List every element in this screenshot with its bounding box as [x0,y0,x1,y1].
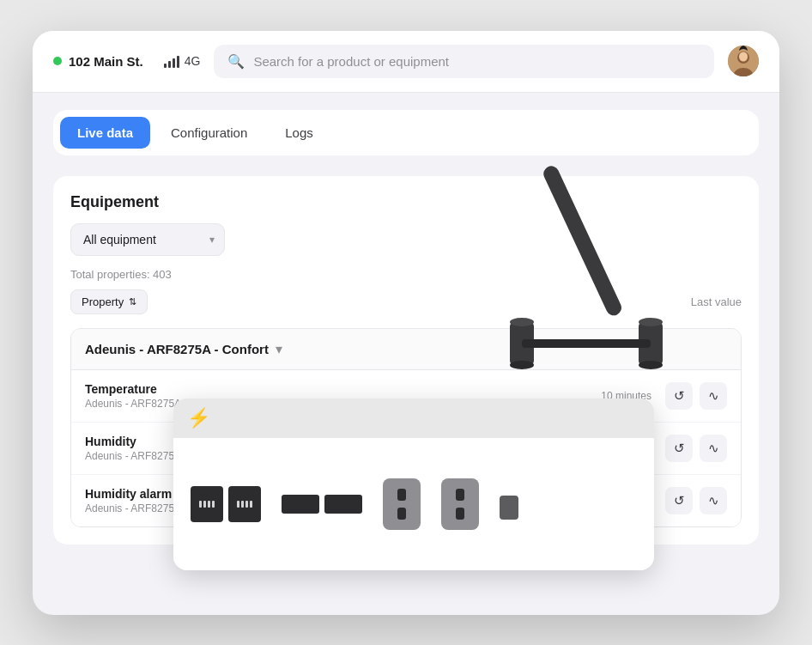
plug-hole [456,508,464,520]
ethernet-port-2 [228,486,261,522]
usb-port-1 [282,495,319,514]
chevron-down-icon: ▾ [276,341,282,357]
address-label: 102 Main St. [69,54,143,69]
svg-point-9 [639,318,663,326]
lightning-icon: ⚡ [187,407,210,429]
tab-configuration[interactable]: Configuration [154,117,264,149]
eth-pin [237,501,239,508]
header: 102 Main St. 4G 🔍 Search for a product o… [33,31,779,93]
filter-updown-icon: ⇅ [129,296,136,307]
power-strip-body [173,438,654,570]
equipment-section: Equipement All equipment ▾ Total propert… [53,176,759,545]
eth-pin [245,501,248,508]
plug-hole [456,489,464,501]
eth-pin [241,501,244,508]
main-content: Live data Configuration Logs [33,93,779,562]
address-badge: 102 Main St. [53,54,143,69]
power-strip-header: ⚡ [173,399,654,438]
svg-point-6 [510,318,534,326]
ethernet-port-1 [191,486,223,522]
last-value-header: Last value [691,295,742,308]
property-filter-badge[interactable]: Property ⇅ [70,289,148,314]
status-dot [53,57,62,65]
chart-button[interactable]: ∿ [700,487,727,514]
total-properties: Total properties: 403 [70,268,742,281]
signal-badge: 4G [164,54,201,68]
signal-icon [164,54,179,68]
signal-label: 4G [185,54,201,68]
eth-pin [199,501,202,508]
device-group-header[interactable]: Adeunis - ARF8275A - Confort ▾ [71,329,741,370]
plug-hole [397,508,406,520]
avatar-image [728,46,759,76]
avatar[interactable] [728,46,759,76]
eth-pin [208,501,210,508]
search-bar[interactable]: 🔍 Search for a product or equipment [214,45,714,78]
eth-pin [203,501,206,508]
outlet-plug-1 [383,478,421,530]
eth-pins [237,501,252,508]
section-title: Equipement [70,193,742,211]
chart-button[interactable]: ∿ [700,382,727,410]
svg-point-3 [739,52,748,62]
chart-button[interactable]: ∿ [700,435,727,462]
row-actions: ↺ ∿ [665,487,727,514]
row-actions: ↺ ∿ [665,435,727,462]
tab-live-data[interactable]: Live data [60,117,150,149]
property-filter-row: Property ⇅ Last value [70,289,742,314]
refresh-button[interactable]: ↺ [665,487,693,514]
equipment-select-wrap: All equipment ▾ [70,223,225,256]
search-placeholder: Search for a product or equipment [253,54,449,69]
eth-pin [250,501,252,508]
equipment-select[interactable]: All equipment [70,223,225,256]
search-icon: 🔍 [227,53,245,70]
refresh-button[interactable]: ↺ [665,435,693,462]
eth-pin [212,501,215,508]
refresh-button[interactable]: ↺ [665,382,693,410]
tabs-container: Live data Configuration Logs [53,110,759,155]
usb-port-2 [324,495,362,514]
row-actions: ↺ ∿ [665,382,727,410]
mini-usb-port [500,496,518,520]
property-name: Temperature [85,382,594,396]
plug-hole [397,489,406,501]
mini-usb-group [500,489,518,520]
outlet-plug-2 [441,478,479,530]
usb-port-group [282,495,362,514]
ethernet-port-group [191,486,261,522]
power-strip-overlay: ⚡ [173,399,654,570]
app-container: 102 Main St. 4G 🔍 Search for a product o… [33,31,779,615]
property-filter-label: Property [82,295,124,308]
eth-pins [199,501,215,508]
device-name: Adeunis - ARF8275A - Confort [85,342,269,356]
tab-logs[interactable]: Logs [268,117,330,149]
